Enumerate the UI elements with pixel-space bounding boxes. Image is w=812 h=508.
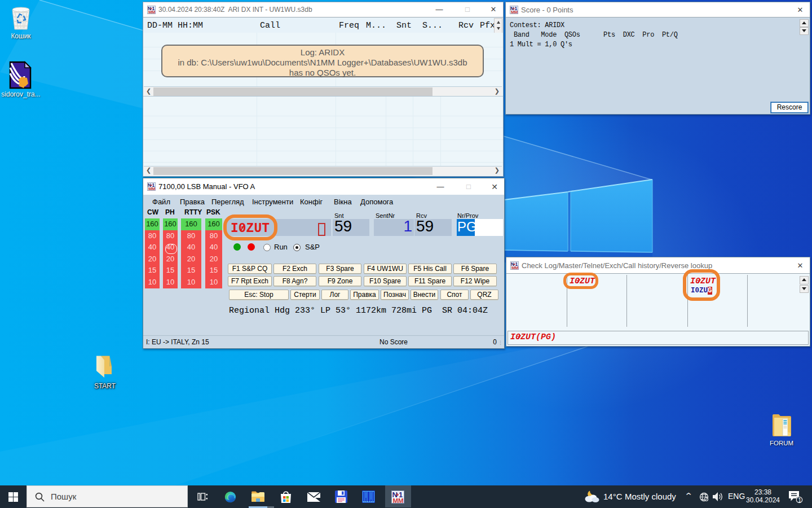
- svg-text:MM: MM: [148, 10, 156, 14]
- svg-text:MM: MM: [511, 10, 518, 14]
- svg-text:MM: MM: [511, 265, 519, 270]
- svg-text:MM: MM: [148, 186, 156, 191]
- svg-text:MM: MM: [393, 497, 404, 504]
- svg-text:1: 1: [798, 497, 801, 503]
